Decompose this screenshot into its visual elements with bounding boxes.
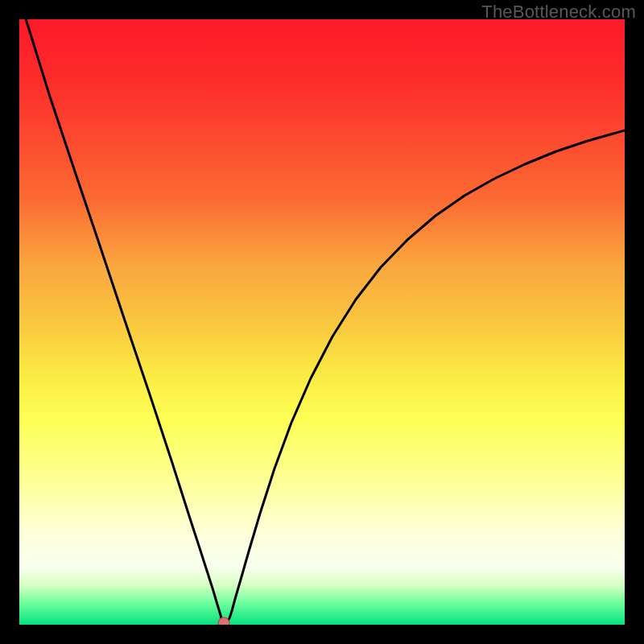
plot-svg xyxy=(19,19,625,625)
curve-minimum-marker xyxy=(218,617,229,625)
chart-container: TheBottleneck.com xyxy=(0,0,644,644)
watermark-label: TheBottleneck.com xyxy=(481,2,636,23)
plot-background xyxy=(19,19,625,625)
plot-area xyxy=(19,19,625,625)
